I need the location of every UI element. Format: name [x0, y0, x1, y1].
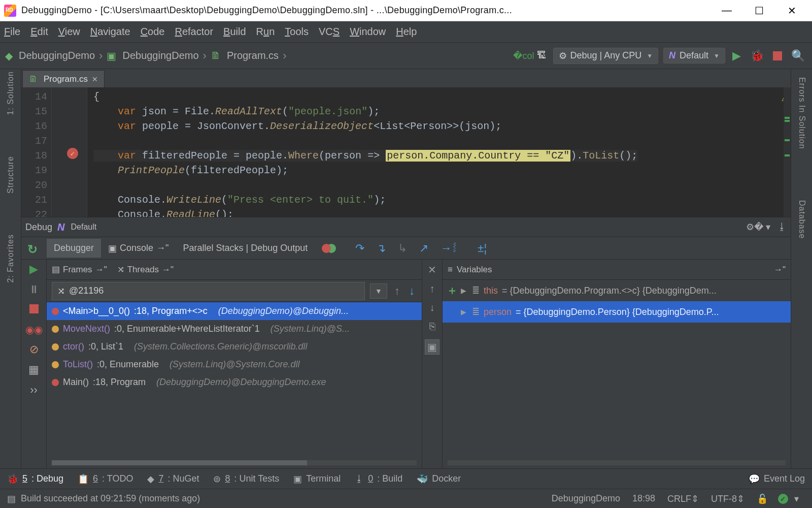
mute-breakpoints-button[interactable]: ⊘	[29, 343, 39, 356]
add-watch-icon[interactable]: ＋	[447, 283, 457, 298]
menu-edit[interactable]: Edit	[30, 26, 48, 38]
thread-selector[interactable]: ⤨ @21196	[52, 282, 365, 300]
minimize-button[interactable]: —	[721, 5, 733, 17]
status-lock-icon[interactable]: 🔓	[751, 493, 774, 504]
crumb-solution[interactable]: DebuggingDemo	[19, 50, 95, 61]
build-solution-button[interactable]: �col🏗	[511, 48, 548, 64]
menu-navigate[interactable]: Navigate	[90, 26, 130, 38]
tool-database[interactable]: Database	[797, 200, 806, 239]
pause-program-button[interactable]: ⏸	[28, 283, 40, 296]
run-to-cursor-button[interactable]: →⸾	[441, 242, 457, 255]
stop-program-button[interactable]	[29, 303, 39, 316]
breakpoint-gutter[interactable]: ✓	[52, 87, 87, 217]
menu-window[interactable]: Window	[350, 26, 386, 38]
menu-tools[interactable]: Tools	[285, 26, 309, 38]
status-context[interactable]: DebuggingDemo	[546, 493, 626, 504]
search-everywhere-button[interactable]: 🔍	[789, 47, 807, 65]
menu-refactor[interactable]: Refactor	[175, 26, 213, 38]
frames-scrollbar[interactable]	[52, 460, 417, 465]
resume-dot-icon[interactable]	[315, 240, 343, 257]
status-eol[interactable]: CRLF⇕	[661, 493, 705, 504]
frame-row[interactable]: ctor():0, List`1 (System.Collections.Gen…	[47, 338, 422, 356]
variable-row[interactable]: ＋ ▶ ≣ person = {DebuggingDemo.Person} {D…	[443, 301, 791, 323]
tab-debugger[interactable]: Debugger	[47, 239, 101, 258]
step-out-button[interactable]: ↗	[419, 242, 428, 255]
frame-row[interactable]: Main():18, Program (DebuggingDemo)@Debug…	[47, 373, 422, 391]
thread-dropdown-button[interactable]: ▼	[370, 283, 387, 299]
more-button[interactable]: ››	[30, 384, 38, 397]
tool-structure[interactable]: Structure	[6, 156, 15, 194]
tool-solution[interactable]: 1: Solution	[6, 71, 15, 115]
status-analysis-ok-icon[interactable]: ✓	[778, 494, 788, 504]
menu-run[interactable]: Run	[256, 26, 275, 38]
variables-list[interactable]: ＋ ▶ ≣ this = {DebuggingDemo.Program.<>c}…	[443, 280, 791, 458]
code-text[interactable]: { var json = File.ReadAllText("people.js…	[87, 87, 791, 217]
status-dropdown-icon[interactable]: ▾	[788, 493, 805, 504]
debug-settings-icon[interactable]: ⚙� ▾	[746, 221, 770, 233]
menu-build[interactable]: Build	[223, 26, 246, 38]
frame-down-button[interactable]: ↓	[407, 284, 417, 298]
status-encoding[interactable]: UTF-8⇕	[705, 493, 751, 504]
debug-export-icon[interactable]: ⭳	[777, 221, 787, 233]
crumb-file[interactable]: Program.cs	[227, 50, 279, 61]
tool-errors[interactable]: Errors In Solution	[797, 77, 806, 149]
close-button[interactable]: ✕	[786, 5, 798, 17]
close-tab-icon[interactable]: ✕	[92, 75, 98, 83]
tool-build[interactable]: ⭳ 0: Build	[355, 473, 402, 484]
lambda-breakpoint-icon[interactable]: ✓	[67, 148, 78, 159]
force-step-into-button[interactable]: ↳	[398, 242, 407, 255]
step-over-button[interactable]: ↷	[355, 242, 364, 255]
nav-up-icon[interactable]: ↑	[430, 283, 435, 295]
step-into-button[interactable]: ↴	[377, 242, 386, 255]
maximize-button[interactable]: ☐	[753, 5, 765, 17]
close-icon[interactable]: ✕	[428, 264, 436, 276]
menu-help[interactable]: Help	[396, 26, 417, 38]
error-stripe[interactable]	[784, 87, 791, 217]
crumb-project[interactable]: DebuggingDemo	[122, 50, 198, 61]
status-icon[interactable]: ▤	[7, 493, 16, 504]
run-button[interactable]: ▶	[730, 47, 743, 65]
tool-todo[interactable]: 📋 6: TODO	[78, 473, 133, 485]
nav-down-icon[interactable]: ↓	[430, 302, 435, 313]
run-config-dropdown[interactable]: N Default ▼	[663, 48, 725, 64]
variable-row[interactable]: ＋ ▶ ≣ this = {DebuggingDemo.Program.<>c}…	[443, 280, 791, 301]
tool-debug[interactable]: 🐞 5: Debug	[7, 473, 63, 485]
menu-view[interactable]: View	[58, 26, 80, 38]
debug-button[interactable]: 🐞	[748, 47, 766, 65]
evaluate-expression-button[interactable]: ±¦	[478, 242, 487, 255]
tool-nuget[interactable]: ◆ 7: NuGet	[147, 473, 199, 485]
breadcrumbs[interactable]: ◆ DebuggingDemo › ▣ DebuggingDemo › 🗎 Pr…	[5, 49, 286, 62]
menu-file[interactable]: File	[4, 26, 20, 38]
expand-icon[interactable]: ▶	[461, 287, 468, 295]
rerun-button[interactable]: ↻	[27, 242, 38, 257]
frame-up-button[interactable]: ↑	[392, 284, 402, 298]
debug-toolwindow-header[interactable]: Debug N Default ⚙� ▾ ⭳	[21, 217, 791, 237]
frame-row[interactable]: MoveNext():0, Enumerable+WhereListIterat…	[47, 320, 422, 338]
code-editor[interactable]: 141516171819202122 ✓ { var json = File.R…	[21, 87, 791, 217]
event-log[interactable]: 💬 Event Log	[749, 473, 805, 485]
variables-scrollbar[interactable]	[448, 460, 786, 465]
tab-parallel-stacks[interactable]: Parallel Stacks | Debug Output	[176, 239, 315, 258]
status-caret-pos[interactable]: 18:98	[626, 493, 661, 504]
stop-button[interactable]	[771, 49, 784, 62]
copy-stack-icon[interactable]: ⎘	[429, 321, 435, 332]
editor-tab-program[interactable]: 🗎 Program.cs ✕	[22, 70, 105, 87]
expand-icon[interactable]: ▶	[461, 308, 468, 316]
menu-code[interactable]: Code	[141, 26, 165, 38]
show-libraries-icon[interactable]: ▣	[425, 339, 439, 355]
build-config-dropdown[interactable]: ⚙ Debug | Any CPU ▼	[553, 48, 658, 64]
layout-button[interactable]: ▦	[28, 363, 39, 376]
tool-unit-tests[interactable]: ⊚ 8: Unit Tests	[213, 473, 279, 485]
tab-console[interactable]: ▣Console →"	[101, 239, 176, 258]
resume-program-button[interactable]: ▶	[29, 263, 38, 276]
threads-tab[interactable]: ⤨ Threads →"	[117, 264, 174, 275]
menu-vcs[interactable]: VCS	[319, 26, 340, 38]
tool-terminal[interactable]: ▣ Terminal	[293, 473, 341, 485]
frame-row[interactable]: <Main>b__0_0():18, Program+<>c (Debuggin…	[47, 302, 422, 320]
tool-favorites[interactable]: 2: Favorites	[6, 234, 15, 283]
frames-list[interactable]: <Main>b__0_0():18, Program+<>c (Debuggin…	[47, 302, 422, 458]
frame-row[interactable]: ToList():0, Enumerable (System.Linq)@Sys…	[47, 356, 422, 373]
frames-tab[interactable]: ▤ Frames →"	[52, 264, 107, 275]
tool-docker[interactable]: 🐳 Docker	[417, 473, 461, 485]
vars-pin-icon[interactable]: →"	[774, 265, 786, 275]
